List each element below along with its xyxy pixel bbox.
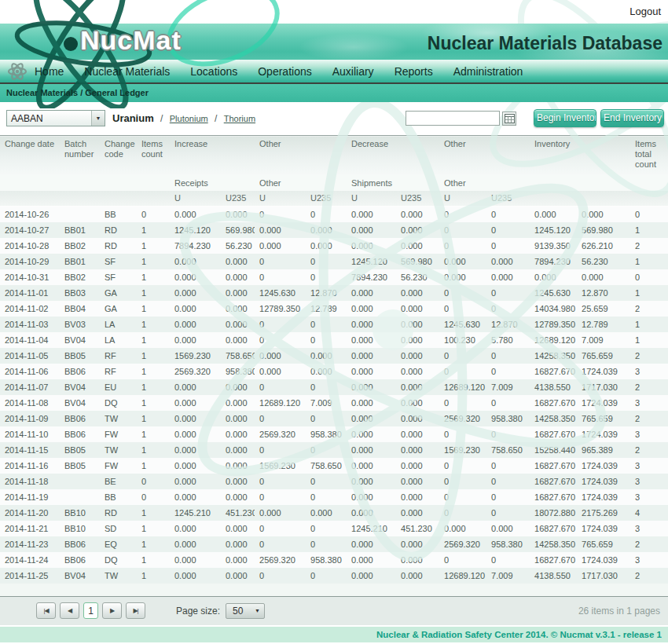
table-row[interactable]: 2014-11-05BB05RF11569.230758.6500.0000.0… bbox=[0, 348, 668, 364]
table-cell: 0 bbox=[255, 521, 306, 536]
table-row[interactable]: 2014-11-03BV03LA10.0000.000000.0000.0001… bbox=[0, 317, 668, 332]
table-cell: 0.000 bbox=[347, 489, 396, 505]
table-cell: 1 bbox=[137, 442, 170, 458]
table-row[interactable]: 2014-11-20BB10RD11245.210451.2300.0000.0… bbox=[0, 505, 668, 521]
table-cell: 0.000 bbox=[221, 568, 255, 584]
table-cell: 765.659 bbox=[577, 348, 630, 364]
table-cell: 7.009 bbox=[486, 379, 530, 395]
unit-u: U bbox=[439, 191, 486, 207]
table-row[interactable]: 2014-11-04BV04LA10.0000.000000.0000.0001… bbox=[0, 332, 668, 348]
logout-link[interactable]: Logout bbox=[629, 5, 661, 17]
col-other-increase[interactable]: Other bbox=[255, 136, 347, 175]
table-row[interactable]: 2014-11-10BB06FW10.0000.0002569.320958.3… bbox=[0, 426, 668, 442]
table-row[interactable]: 2014-11-25BV04TW10.0000.000000.0000.0001… bbox=[0, 568, 668, 584]
nav-item-locations[interactable]: Locations bbox=[190, 65, 237, 78]
end-inventory-button[interactable]: End Inventory bbox=[600, 109, 664, 127]
previous-page-button[interactable]: ◀ bbox=[60, 602, 79, 619]
table-row[interactable]: 2014-11-09BB06TW10.0000.000000.0000.0002… bbox=[0, 411, 668, 426]
table-row[interactable]: 2014-11-18BE00.0000.000000.0000.00000168… bbox=[0, 474, 668, 489]
nav-item-auxiliary[interactable]: Auxiliary bbox=[332, 65, 374, 78]
table-cell: 0.000 bbox=[347, 458, 396, 474]
table-cell: 0 bbox=[439, 285, 486, 301]
table-row[interactable]: 2014-11-23BB06EQ10.0000.000000.0000.0002… bbox=[0, 536, 668, 552]
table-cell: BB bbox=[100, 207, 137, 222]
table-cell: BV04 bbox=[60, 332, 100, 348]
table-row[interactable]: 2014-11-15BB05TW10.0000.000000.0000.0001… bbox=[0, 442, 668, 458]
table-cell: 2014-10-31 bbox=[0, 269, 60, 285]
col-increase[interactable]: Increase bbox=[170, 136, 255, 175]
table-cell: 1 bbox=[137, 505, 170, 521]
nav-item-nuclear-materials[interactable]: Nuclear Materials bbox=[84, 65, 170, 78]
table-cell: 0.000 bbox=[347, 474, 396, 489]
unit-u235: U235 bbox=[306, 191, 347, 207]
last-page-button[interactable]: ▶| bbox=[126, 602, 145, 619]
table-row[interactable]: 2014-10-26BB00.0000.000000.0000.000000.0… bbox=[0, 207, 668, 222]
col-items-total-count[interactable]: Items total count bbox=[630, 136, 668, 175]
table-cell: 0 bbox=[306, 536, 347, 552]
group-other-decrease: Other bbox=[439, 175, 530, 191]
table-cell: 0.000 bbox=[347, 536, 396, 552]
next-page-button[interactable]: ▶ bbox=[102, 602, 122, 619]
col-other-decrease[interactable]: Other bbox=[439, 136, 530, 175]
table-row[interactable]: 2014-11-02BB04GA10.0000.00012789.35012.7… bbox=[0, 301, 668, 317]
col-change-date[interactable]: Change date bbox=[0, 136, 60, 175]
nav-item-home[interactable]: Home bbox=[35, 65, 64, 78]
table-cell: 0 bbox=[486, 364, 530, 379]
current-page-button[interactable]: 1 bbox=[83, 602, 98, 619]
table-row[interactable]: 2014-10-28BB02RD17894.23056.2300.0000.00… bbox=[0, 238, 668, 254]
table-row[interactable]: 2014-11-08BV04DQ10.0000.00012689.1207.00… bbox=[0, 395, 668, 411]
col-decrease[interactable]: Decrease bbox=[347, 136, 439, 175]
table-row[interactable]: 2014-10-29BB01SF10.0000.000001245.120569… bbox=[0, 254, 668, 269]
table-row[interactable]: 2014-11-07BV04EU10.0000.000000.0000.0001… bbox=[0, 379, 668, 395]
unit-u235: U235 bbox=[486, 191, 530, 207]
first-page-button[interactable]: |◀ bbox=[36, 602, 56, 619]
table-row[interactable]: 2014-11-01BB03GA10.0000.0001245.63012.87… bbox=[0, 285, 668, 301]
material-separator: / bbox=[160, 113, 163, 124]
table-cell: 1245.120 bbox=[170, 222, 221, 238]
col-change-code[interactable]: Change code bbox=[100, 136, 137, 175]
table-cell: 1 bbox=[137, 552, 170, 568]
table-cell: 0 bbox=[439, 222, 486, 238]
table-cell: 1 bbox=[137, 348, 170, 364]
begin-inventory-button[interactable]: Begin Inventory bbox=[534, 109, 596, 127]
table-cell: 0.000 bbox=[170, 458, 221, 474]
table-cell: 0.000 bbox=[170, 521, 221, 536]
table-cell: 3 bbox=[630, 426, 668, 442]
table-cell: 0.000 bbox=[347, 332, 396, 348]
table-row[interactable]: 2014-10-27BB01RD11245.120569.9800.0000.0… bbox=[0, 222, 668, 238]
col-inventory[interactable]: Inventory bbox=[530, 136, 630, 175]
table-row[interactable]: 2014-11-21BB10SD10.0000.000001245.210451… bbox=[0, 521, 668, 536]
nav-item-administration[interactable]: Administration bbox=[453, 65, 523, 78]
material-tab-plutonium[interactable]: Plutonium bbox=[170, 114, 208, 123]
table-cell: 1 bbox=[137, 254, 170, 269]
table-row[interactable]: 2014-11-06BB06RF12569.320958.3800.0000.0… bbox=[0, 364, 668, 379]
table-cell: 2 bbox=[630, 536, 668, 552]
nav-item-reports[interactable]: Reports bbox=[395, 65, 433, 78]
table-row[interactable]: 2014-11-24BB06DQ10.0000.0002569.320958.3… bbox=[0, 552, 668, 568]
col-items-count[interactable]: Items count bbox=[137, 136, 170, 175]
table-cell: 0.000 bbox=[255, 222, 306, 238]
nav-item-operations[interactable]: Operations bbox=[258, 65, 311, 78]
table-row[interactable]: 2014-11-19BB00.0000.000000.0000.00000168… bbox=[0, 489, 668, 505]
col-batch-number[interactable]: Batch number bbox=[60, 136, 100, 175]
table-cell: 0.000 bbox=[347, 222, 396, 238]
material-tab-thorium[interactable]: Thorium bbox=[224, 114, 255, 123]
page-size-dropdown[interactable]: 50 ▼ bbox=[226, 603, 265, 619]
table-cell: 0.000 bbox=[221, 536, 255, 552]
table-row[interactable]: 2014-10-31BB02SF10.0000.000007894.23056.… bbox=[0, 269, 668, 285]
table-cell: 2 bbox=[630, 238, 668, 254]
material-tab-uranium[interactable]: Uranium bbox=[112, 112, 154, 124]
table-cell: 0.000 bbox=[396, 332, 439, 348]
table-cell: BB06 bbox=[60, 536, 100, 552]
table-cell: 0.000 bbox=[577, 269, 630, 285]
table-row[interactable]: 2014-11-16BB05FW10.0000.0001569.230758.6… bbox=[0, 458, 668, 474]
date-input[interactable] bbox=[406, 111, 500, 126]
location-filter-dropdown[interactable]: AABAN ▼ bbox=[6, 110, 105, 126]
table-cell: 0.000 bbox=[347, 395, 396, 411]
table-cell: 0.000 bbox=[347, 379, 396, 395]
calendar-picker-button[interactable] bbox=[502, 112, 516, 126]
table-cell: 0 bbox=[137, 489, 170, 505]
table-cell: 1245.630 bbox=[439, 317, 486, 332]
table-cell: 0.000 bbox=[170, 552, 221, 568]
table-cell: 569.980 bbox=[396, 254, 439, 269]
